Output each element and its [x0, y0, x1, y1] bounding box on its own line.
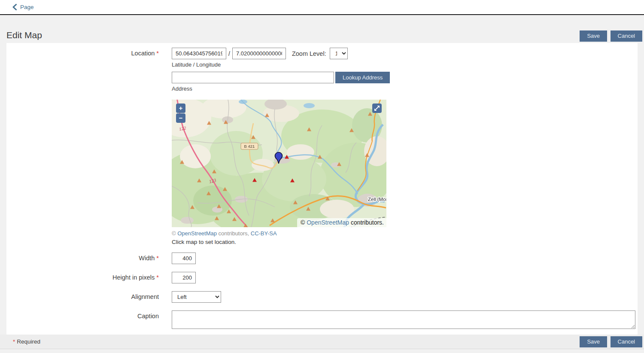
address-help: Address	[172, 85, 635, 92]
expand-icon	[374, 105, 380, 111]
page-header: Edit Map Save Cancel	[0, 15, 644, 43]
map-tiles: 122 123 B 421 Zell (Mos	[172, 100, 386, 227]
map-label-spacer	[6, 100, 159, 253]
map-row: 122 123 B 421 Zell (Mos + −	[6, 100, 638, 253]
height-row: Height in pixels*	[6, 272, 638, 291]
map-license-line: © OpenStreetMap contributors, CC-BY-SA	[172, 230, 635, 237]
height-label: Height in pixels*	[6, 272, 159, 291]
zoom-level-select[interactable]: 11	[330, 48, 348, 59]
svg-text:B 421: B 421	[244, 144, 255, 149]
cc-by-sa-link[interactable]: CC-BY-SA	[251, 230, 277, 237]
page-title: Edit Map	[6, 30, 42, 42]
route-shield-b421: B 421	[241, 143, 258, 149]
lat-lng-separator: /	[228, 50, 230, 57]
caption-row: Caption	[6, 310, 638, 331]
latitude-input[interactable]	[172, 48, 226, 59]
longitude-input[interactable]	[232, 48, 286, 59]
required-asterisk: *	[156, 255, 159, 262]
width-label: Width*	[6, 253, 159, 272]
top-bar: Page	[0, 0, 644, 14]
required-asterisk: *	[13, 338, 15, 345]
alignment-select[interactable]: Left	[172, 291, 221, 303]
map-hint: Click map to set location.	[172, 239, 635, 245]
map-canvas[interactable]: 122 123 B 421 Zell (Mos + −	[172, 100, 386, 227]
map-attribution: © OpenStreetMap contributors.	[297, 218, 386, 227]
save-button[interactable]: Save	[580, 30, 607, 42]
caption-label: Caption	[6, 310, 159, 331]
zoom-level-label: Zoom Level:	[292, 50, 326, 57]
height-input[interactable]	[172, 272, 196, 283]
width-input[interactable]	[172, 253, 196, 264]
osm-link[interactable]: OpenStreetMap	[307, 219, 349, 226]
header-actions: Save Cancel	[580, 30, 642, 42]
footer-bar: *Required Save Cancel	[0, 335, 644, 349]
osm-license-link[interactable]: OpenStreetMap	[177, 230, 217, 237]
location-row: Location* / Zoom Level: 11 Latitude / Lo…	[6, 48, 638, 72]
alignment-row: Alignment Left	[6, 291, 638, 310]
location-label: Location*	[6, 48, 159, 72]
width-row: Width*	[6, 253, 638, 272]
caption-textarea[interactable]	[172, 310, 635, 329]
cancel-button[interactable]: Cancel	[611, 30, 642, 42]
footer-actions: Save Cancel	[580, 336, 642, 347]
address-label-spacer	[6, 72, 159, 100]
edit-map-form: Location* / Zoom Level: 11 Latitude / Lo…	[6, 43, 638, 335]
map-zoom-out-button[interactable]: −	[176, 113, 185, 123]
chevron-left-icon	[12, 4, 17, 10]
latitude-longitude-help: Latitude / Longitude	[172, 61, 635, 68]
footer-save-button[interactable]: Save	[580, 336, 607, 347]
address-input[interactable]	[172, 72, 334, 83]
breadcrumb-label: Page	[20, 4, 34, 10]
required-asterisk: *	[156, 274, 159, 281]
town-label: Zell (Mos	[368, 197, 386, 202]
map-fullscreen-button[interactable]	[372, 103, 382, 113]
footer-cancel-button[interactable]: Cancel	[611, 336, 642, 347]
breadcrumb-back-link[interactable]: Page	[12, 4, 34, 10]
required-asterisk: *	[156, 50, 159, 57]
lookup-address-button[interactable]: Lookup Address	[335, 72, 390, 83]
required-note: *Required	[13, 338, 40, 345]
address-row: Lookup Address Address	[6, 72, 638, 100]
alignment-label: Alignment	[6, 291, 159, 310]
map-zoom-in-button[interactable]: +	[176, 103, 185, 113]
